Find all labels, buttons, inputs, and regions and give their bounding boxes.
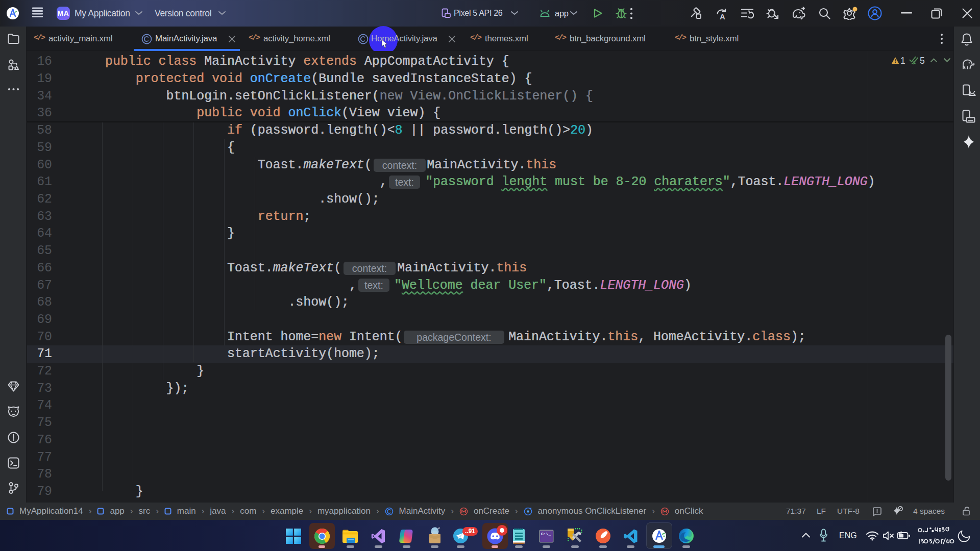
svg-text:C:\_: C:\_ xyxy=(541,532,551,536)
svg-text:A: A xyxy=(720,12,725,20)
